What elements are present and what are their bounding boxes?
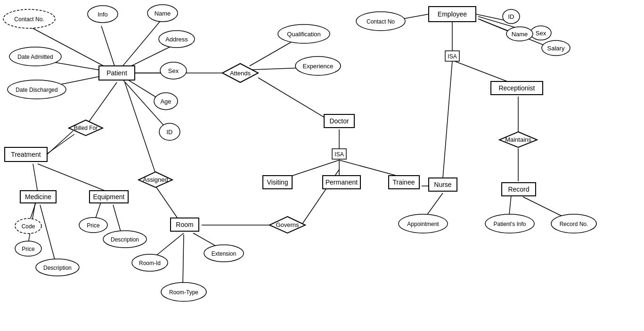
sex-patient-attr: Sex (168, 67, 179, 74)
desc-med-attr: Description (43, 265, 72, 271)
trainee-entity: Trainee (393, 178, 415, 186)
billed-for-relationship: Billed For (74, 125, 98, 131)
salary-attr: Salary (547, 45, 565, 52)
appointment-attr: Appointment (407, 221, 439, 227)
svg-line-12 (45, 134, 74, 155)
patient-entity: Patient (106, 69, 127, 77)
governs-relationship: Governs (276, 221, 299, 228)
svg-line-2 (117, 21, 160, 73)
er-diagram: Patient Employee Doctor Treatment Medici… (0, 0, 644, 331)
medicine-entity: Medicine (25, 193, 51, 201)
id-patient-attr: ID (167, 129, 173, 136)
svg-line-29 (258, 78, 331, 121)
room-id-attr: Room-Id (139, 260, 161, 266)
svg-line-10 (86, 82, 117, 126)
svg-line-14 (38, 164, 108, 192)
contact-no-patient-attr: Contact No. (14, 16, 44, 23)
attends-relationship: Attends (230, 70, 251, 77)
qualification-attr: Qualification (287, 31, 321, 38)
date-discharged-attr: Date Discharged (16, 87, 57, 93)
svg-line-43 (455, 61, 514, 84)
extension-attr: Extension (212, 250, 236, 257)
contact-no-emp-attr: Contact No (367, 18, 395, 25)
name-patient-attr: Name (155, 10, 171, 17)
svg-line-24 (183, 234, 184, 286)
svg-line-13 (33, 164, 38, 192)
equipment-entity: Equipment (93, 193, 125, 201)
permanent-entity: Permanent (326, 178, 358, 186)
record-no-attr: Record No. (560, 221, 588, 227)
id-emp-attr: ID (508, 13, 514, 20)
price-equip-attr: Price (87, 222, 100, 229)
svg-line-19 (113, 205, 122, 234)
svg-line-20 (125, 82, 155, 173)
patients-info-attr: Patient's Info (494, 221, 526, 227)
isa-doctor: ISA (334, 151, 343, 158)
desc-equip-attr: Description (111, 236, 139, 243)
room-entity: Room (176, 221, 193, 228)
svg-line-22 (153, 233, 184, 258)
price-med-attr: Price (22, 246, 35, 252)
assigned-relationship: Assigned (143, 176, 168, 183)
nurse-entity: Nurse (434, 181, 452, 188)
treatment-entity: Treatment (11, 151, 41, 158)
isa-employee: ISA (448, 53, 457, 60)
employee-entity: Employee (438, 10, 467, 18)
maintains-relationship: Maintains (505, 136, 531, 143)
visiting-entity: Visiting (267, 178, 288, 186)
age-attr: Age (160, 98, 171, 105)
info-attr: Info (98, 11, 108, 18)
svg-line-21 (155, 186, 179, 220)
doctor-entity: Doctor (329, 117, 349, 125)
address-attr: Address (165, 36, 188, 43)
experience-attr: Experience (302, 63, 333, 70)
date-admitted-attr: Date Admitted (17, 54, 53, 60)
receptionist-entity: Receptionist (498, 84, 535, 92)
svg-line-42 (443, 61, 452, 178)
svg-line-17 (40, 205, 56, 263)
room-type-attr: Room-Type (169, 289, 198, 296)
sex-emp-attr: Sex (536, 30, 546, 37)
code-med-attr: Code (22, 223, 35, 230)
name-emp-attr: Name (512, 31, 528, 38)
record-entity: Record (508, 186, 529, 193)
